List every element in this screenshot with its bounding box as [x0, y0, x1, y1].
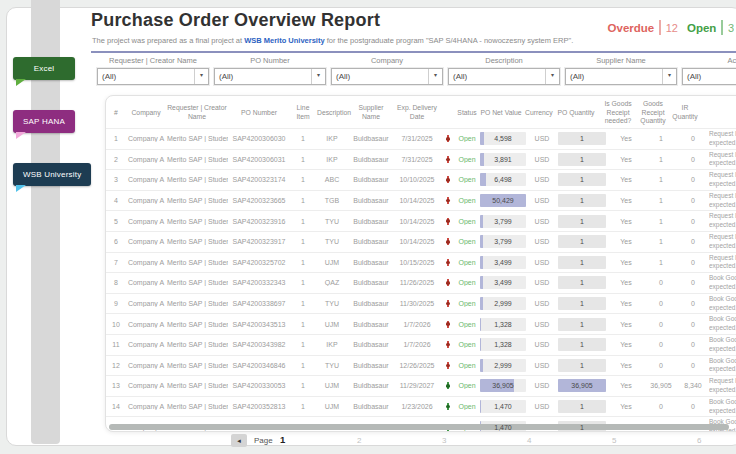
cell-currency: USD [528, 403, 556, 410]
cell-currency: USD [528, 218, 556, 225]
status-summary-divider [721, 20, 723, 35]
cell-po-net-value: 36,905 [480, 379, 526, 392]
status-icon [440, 218, 456, 225]
cell-exp-delivery-date: 7/31/2025 [394, 135, 440, 142]
table-row[interactable]: 9Company AMerito SAP | Student 1SAP42003… [106, 293, 736, 314]
table-row[interactable]: 7Company AMerito SAP | Student 1SAP42003… [106, 252, 736, 273]
cell-requester: Merito SAP | Student 1 [166, 279, 228, 286]
status-summary-value: 12 [666, 22, 678, 34]
cell-row-number: 14 [106, 403, 126, 410]
table-row[interactable]: 5Company AMerito SAP | Student 1SAP42003… [106, 210, 736, 231]
cell-action: Request Invoexpected, the [708, 377, 736, 395]
cell-supplier: Buldbasaur [348, 176, 394, 183]
cell-description: UJM [316, 382, 348, 389]
page-link-4[interactable]: 4 [527, 436, 531, 445]
table-row[interactable]: 11Company AMerito SAP | Student 1SAP4200… [106, 334, 736, 355]
table-row[interactable]: 13Company AMerito SAP | Student 1SAP4200… [106, 375, 736, 396]
cell-gr-needed: Yes [608, 321, 644, 328]
page-link-6[interactable]: 6 [697, 436, 701, 445]
page-link-5[interactable]: 5 [612, 436, 616, 445]
column-header-#: # [106, 109, 126, 118]
column-header-line-item: Line Item [290, 104, 316, 122]
cell-supplier: Buldbasaur [348, 238, 394, 245]
cell-po-quantity: 1 [558, 276, 606, 289]
cell-gr-needed: Yes [608, 176, 644, 183]
table-row[interactable]: 6Company AMerito SAP | Student 1SAP42003… [106, 231, 736, 252]
page-link-2[interactable]: 2 [357, 436, 361, 445]
cell-line-item: 1 [290, 403, 316, 410]
cell-currency: USD [528, 197, 556, 204]
cell-row-number: 2 [106, 156, 126, 163]
filter-selected-value: (All) [332, 72, 428, 81]
cell-line-item: 1 [290, 300, 316, 307]
cell-supplier: Buldbasaur [348, 300, 394, 307]
status-icon [440, 135, 456, 142]
status-icon [440, 341, 456, 348]
cell-action: Book Good reexpected, the [708, 295, 736, 313]
status-summary-divider [659, 20, 661, 35]
cell-po-quantity: 1 [558, 297, 606, 310]
filter-selected-value: (All) [683, 72, 736, 81]
cell-supplier: Buldbasaur [348, 382, 394, 389]
filter-dropdown[interactable]: (All) ▾ [448, 68, 560, 85]
table-row[interactable]: 12Company AMerito SAP | Student 1SAP4200… [106, 355, 736, 376]
filter-action: Action (All) ▾ [682, 56, 736, 85]
table-row[interactable]: 4Company AMerito SAP | Student 1SAP42003… [106, 190, 736, 211]
header-divider [91, 51, 736, 53]
filter-dropdown[interactable]: (All) ▾ [331, 68, 443, 85]
cell-company: Company A [126, 156, 166, 163]
filter-dropdown[interactable]: (All) ▾ [214, 68, 326, 85]
horizontal-scrollbar[interactable] [109, 424, 729, 430]
filter-dropdown[interactable]: (All) ▾ [565, 68, 677, 85]
status-icon [440, 238, 456, 245]
chevron-down-icon[interactable]: ▾ [545, 69, 559, 84]
filter-label: Supplier Name [565, 56, 677, 65]
filter-selected-value: (All) [449, 72, 545, 81]
university-link[interactable]: WSB Merito University [244, 36, 324, 45]
chevron-down-icon[interactable]: ▾ [428, 69, 442, 84]
cell-po-net-value: 2,999 [480, 297, 526, 310]
sidebar-button-sap-hana[interactable]: SAP HANA [13, 110, 75, 133]
cell-po-number: SAP4200338697 [228, 300, 290, 307]
cell-po-number: SAP4200346846 [228, 362, 290, 369]
cell-po-number: SAP4200323917 [228, 238, 290, 245]
table-row[interactable]: 1Company AMerito SAP | Student 1SAP42003… [106, 128, 736, 149]
chevron-down-icon[interactable]: ▾ [194, 69, 208, 84]
table-row[interactable]: 10Company AMerito SAP | Student 1SAP4200… [106, 313, 736, 334]
sidebar: Excel SAP HANA WSB University [13, 57, 103, 216]
chevron-down-icon[interactable]: ▾ [311, 69, 325, 84]
cell-exp-delivery-date: 1/7/2026 [394, 341, 440, 348]
cell-currency: USD [528, 135, 556, 142]
cell-exp-delivery-date: 10/14/2025 [394, 218, 440, 225]
cell-po-quantity: 1 [558, 318, 606, 331]
cell-line-item: 1 [290, 156, 316, 163]
cell-ir-quantity: 0 [678, 279, 708, 286]
cell-status: Open [456, 382, 478, 389]
sidebar-button-excel[interactable]: Excel [13, 57, 75, 80]
chevron-down-icon[interactable]: ▾ [662, 69, 676, 84]
table-row[interactable]: 14Company AMerito SAP | Student 1SAP4200… [106, 396, 736, 417]
table-row[interactable]: 3Company AMerito SAP | Student 1SAP42003… [106, 169, 736, 190]
page-link-3[interactable]: 3 [442, 436, 446, 445]
previous-page-button[interactable]: ◂ [231, 434, 247, 447]
cell-gr-needed: Yes [608, 218, 644, 225]
page-title: Purchase Order Overview Report [91, 10, 380, 31]
table-row[interactable]: 2Company AMerito SAP | Student 1SAP42003… [106, 149, 736, 170]
cell-po-quantity: 1 [558, 132, 606, 145]
column-header-company: Company [126, 109, 166, 118]
status-icon [440, 321, 456, 328]
filter-dropdown[interactable]: (All) ▾ [97, 68, 209, 85]
filter-dropdown[interactable]: (All) ▾ [682, 68, 736, 85]
table-row[interactable]: 8Company AMerito SAP | Student 1SAP42003… [106, 272, 736, 293]
cell-po-quantity: 1 [558, 194, 606, 207]
sidebar-button-wsb-university[interactable]: WSB University [13, 163, 91, 186]
cell-row-number: 9 [106, 300, 126, 307]
cell-gr-needed: Yes [608, 341, 644, 348]
cell-gr-quantity: 0 [644, 341, 678, 348]
cell-line-item: 1 [290, 341, 316, 348]
cell-gr-needed: Yes [608, 362, 644, 369]
status-summary-label: Overdue [608, 22, 655, 34]
cell-action: Book Good reexpected, the [708, 274, 736, 292]
cell-exp-delivery-date: 10/15/2025 [394, 259, 440, 266]
cell-description: UJM [316, 321, 348, 328]
